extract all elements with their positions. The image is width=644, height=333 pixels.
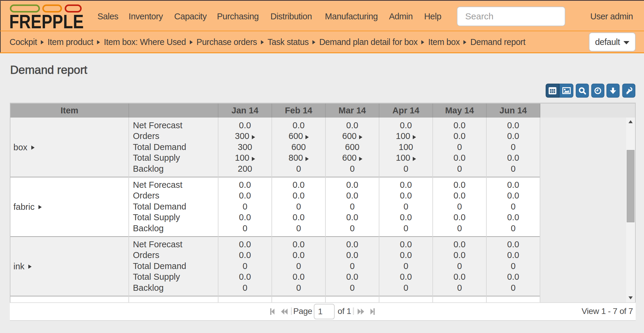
svg-text:FREPPLE: FREPPLE bbox=[10, 11, 84, 29]
